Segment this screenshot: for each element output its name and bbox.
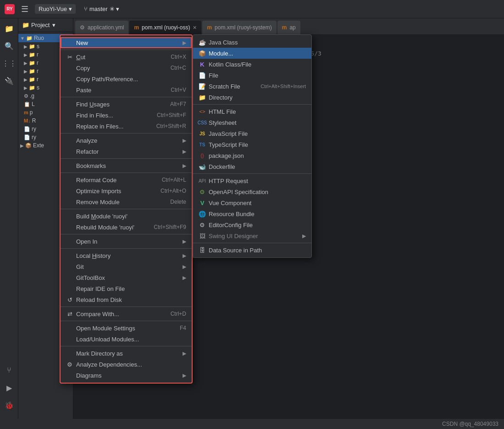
submenu-item-openapi[interactable]: ⚙ OpenAPI Specification [193, 186, 311, 197]
maven-icon: m [24, 110, 28, 115]
package-icon: 📦 [25, 143, 32, 149]
hamburger-menu[interactable]: ☰ [18, 3, 31, 15]
app-logo: RY [5, 4, 15, 14]
sidebar-icon-structure[interactable]: ⋮⋮ [3, 57, 16, 70]
menu-item-build-module[interactable]: Build Module 'ruoyi' [61, 211, 192, 222]
datasource-icon: 🗄 [199, 246, 206, 254]
menu-label: HTML File [209, 108, 236, 115]
submenu-item-vue[interactable]: V Vue Component [193, 197, 311, 208]
menu-item-reload-disk[interactable]: ↺ Reload from Disk [61, 294, 192, 305]
menu-item-remove-module[interactable]: Remove Module Delete [61, 196, 192, 207]
maven-icon: m [207, 24, 212, 31]
menu-separator [61, 158, 192, 159]
tree-label: s [37, 84, 39, 91]
submenu-arrow-icon: ▶ [183, 138, 186, 144]
menu-item-git[interactable]: Git ▶ [61, 261, 192, 272]
sidebar-icon-plugins[interactable]: 🔌 [3, 74, 16, 87]
project-selector[interactable]: RuoYi-Vue ▾ [35, 4, 76, 14]
paste-icon [66, 86, 73, 94]
top-bar: RY ☰ RuoYi-Vue ▾ ⑂ master ✳ ▾ [0, 0, 504, 18]
menu-label: Build Module 'ruoyi' [76, 213, 127, 220]
maven-icon: m [134, 24, 139, 31]
menu-item-reformat[interactable]: Reformat Code Ctrl+Alt+L [61, 174, 192, 185]
menu-item-analyze[interactable]: Analyze ▶ [61, 135, 192, 146]
compare-icon: ⇄ [66, 310, 73, 318]
submenu-item-java-class[interactable]: ☕ Java Class [193, 37, 311, 48]
menu-item-load-unload[interactable]: Load/Unload Modules... [61, 334, 192, 345]
submenu-item-html[interactable]: <> HTML File [193, 106, 311, 117]
menu-separator [61, 321, 192, 321]
submenu-item-package-json[interactable]: {} package.json [193, 150, 311, 161]
menu-label: Repair IDE on File [76, 285, 125, 292]
submenu-arrow-icon: ▶ [183, 373, 186, 379]
tree-label: r [37, 51, 39, 58]
menu-item-paste[interactable]: Paste Ctrl+V [61, 84, 192, 95]
submenu-item-typescript[interactable]: TS TypeScript File [193, 139, 311, 150]
tree-label: Exte [33, 142, 44, 149]
menu-item-new[interactable]: New ▶ [61, 37, 192, 48]
tree-label: p [30, 109, 33, 116]
submenu-item-dockerfile[interactable]: 🐋 Dockerfile [193, 161, 311, 172]
submenu-arrow-icon: ▶ [183, 253, 186, 259]
submenu-item-module[interactable]: 📦 Module... [193, 48, 311, 59]
analyze-icon [66, 137, 73, 144]
sidebar-icon-run[interactable]: ▶ [3, 381, 16, 394]
submenu-item-resource-bundle[interactable]: 🌐 Resource Bundle [193, 208, 311, 219]
submenu-item-stylesheet[interactable]: CSS Stylesheet [193, 117, 311, 128]
submenu-arrow-icon: ▶ [183, 275, 186, 281]
menu-item-copy-path[interactable]: Copy Path/Reference... [61, 73, 192, 84]
menu-item-repair-ide[interactable]: Repair IDE on File [61, 283, 192, 294]
submenu-item-directory[interactable]: 📁 Directory [193, 92, 311, 103]
menu-label: Remove Module [76, 199, 120, 206]
menu-item-compare-with[interactable]: ⇄ Compare With... Ctrl+D [61, 308, 192, 319]
tab-ap[interactable]: m ap [277, 21, 300, 34]
menu-item-mark-directory[interactable]: Mark Directory as ▶ [61, 348, 192, 359]
menu-item-find-usages[interactable]: Find Usages Alt+F7 [61, 99, 192, 110]
submenu-item-scratch[interactable]: 📝 Scratch File Ctrl+Alt+Shift+Insert [193, 81, 311, 92]
java-icon: ☕ [199, 39, 206, 46]
docker-icon: 🐋 [199, 163, 206, 170]
find-files-icon [66, 111, 73, 119]
submenu-item-javascript[interactable]: JS JavaScript File [193, 128, 311, 139]
rebuild-icon [66, 223, 73, 231]
menu-item-bookmarks[interactable]: Bookmarks ▶ [61, 160, 192, 171]
menu-item-gittoolbox[interactable]: GitToolBox ▶ [61, 272, 192, 283]
menu-item-rebuild-module[interactable]: Rebuild Module 'ruoyi' Ctrl+Shift+F9 [61, 222, 192, 233]
menu-item-cut[interactable]: ✂ Cut Ctrl+X [61, 51, 192, 62]
tab-close-button[interactable]: ✕ [193, 25, 197, 31]
load-icon [66, 335, 73, 343]
menu-item-analyze-deps[interactable]: ⚙ Analyze Dependencies... [61, 359, 192, 370]
menu-separator [193, 104, 311, 105]
menu-item-diagrams[interactable]: Diagrams ▶ [61, 370, 192, 381]
tab-application-yml[interactable]: ⚙ application.yml [75, 21, 128, 34]
submenu-item-data-source[interactable]: 🗄 Data Source in Path [193, 245, 311, 256]
menu-item-module-settings[interactable]: Open Module Settings F4 [61, 323, 192, 334]
menu-item-optimize-imports[interactable]: Optimize Imports Ctrl+Alt+O [61, 185, 192, 196]
menu-item-find-files[interactable]: Find in Files... Ctrl+Shift+F [61, 110, 192, 121]
menu-item-refactor[interactable]: Refactor ▶ [61, 146, 192, 157]
submenu-item-swing[interactable]: 🖼 Swing UI Designer ▶ [193, 230, 311, 241]
submenu-arrow-icon: ▶ [183, 264, 186, 270]
kotlin-icon: K [199, 61, 206, 68]
submenu-item-http[interactable]: API HTTP Request [193, 175, 311, 186]
tab-pom-system[interactable]: m pom.xml (ruoyi-system) [202, 21, 276, 34]
sidebar-icon-project[interactable]: 📁 [3, 22, 16, 35]
openapi-icon: ⚙ [199, 188, 206, 195]
sidebar-icon-search[interactable]: 🔍 [3, 39, 16, 52]
shortcut-label: Ctrl+D [171, 311, 186, 317]
submenu-item-kotlin[interactable]: K Kotlin Class/File [193, 59, 311, 70]
tab-pom-oss[interactable]: m pom.xml (ruoyi-oss) ✕ [129, 21, 201, 34]
menu-item-local-history[interactable]: Local History ▶ [61, 250, 192, 261]
menu-item-copy[interactable]: Copy Ctrl+C [61, 62, 192, 73]
menu-item-replace-files[interactable]: Replace in Files... Ctrl+Shift+R [61, 121, 192, 132]
submenu-item-editorconfig[interactable]: ⚙ EditorConfig File [193, 219, 311, 230]
sidebar-icon-git[interactable]: ⑂ [3, 364, 16, 377]
branch-selector[interactable]: ⑂ master ✳ ▾ [84, 6, 119, 12]
context-menu: New ▶ ✂ Cut Ctrl+X Copy Ctrl+C Copy Path… [60, 34, 193, 384]
submenu-item-file[interactable]: 📄 File [193, 70, 311, 81]
menu-label: Optimize Imports [76, 188, 121, 195]
folder-icon: 📁 [22, 22, 29, 28]
sidebar-icon-debug[interactable]: 🐞 [3, 399, 16, 412]
sidebar-icons: 📁 🔍 ⋮⋮ 🔌 ⑂ ▶ 🐞 ⚙ [0, 18, 18, 429]
menu-item-open-in[interactable]: Open In ▶ [61, 236, 192, 247]
